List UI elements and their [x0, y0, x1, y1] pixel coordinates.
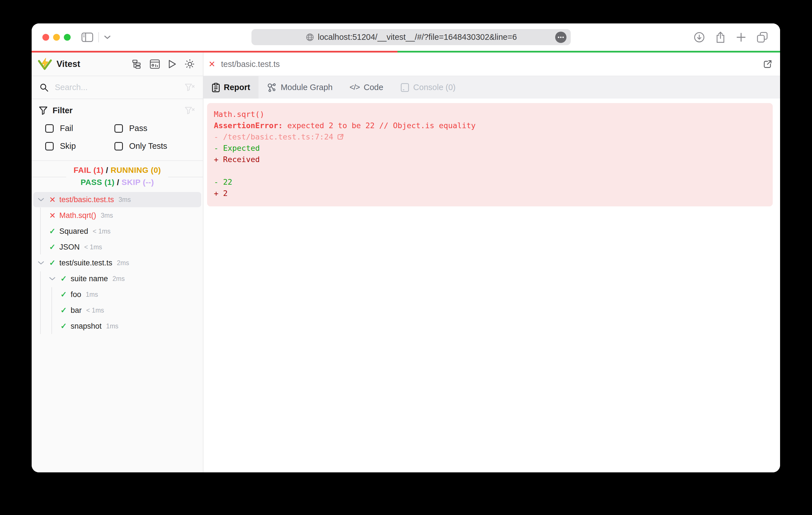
open-file-name: test/basic.test.ts: [221, 60, 280, 69]
test-summary: FAIL (1) / RUNNING (0) PASS (1) / SKIP (…: [32, 161, 203, 191]
pass-status-icon: ✓: [49, 259, 59, 267]
filter-checkbox-pass[interactable]: Pass: [108, 124, 195, 133]
tree-item-duration: < 1ms: [93, 228, 111, 235]
tree-item-label: foo: [70, 290, 81, 299]
filter-checkbox-only-tests[interactable]: Only Tests: [108, 142, 195, 151]
tab-module-graph[interactable]: Module Graph: [259, 76, 341, 98]
traffic-lights: [42, 34, 70, 41]
browser-toolbar: localhost:51204/__vitest__/#/?file=16484…: [32, 24, 780, 51]
tree-item-foo[interactable]: ✓foo1ms: [32, 286, 203, 302]
diff-line: - 22: [214, 177, 765, 188]
search-input[interactable]: [55, 83, 185, 92]
tree-item-test-suite-test-ts[interactable]: ✓test/suite.test.ts2ms: [32, 255, 203, 271]
tree-item-json[interactable]: ✓JSON< 1ms: [32, 239, 203, 255]
error-stack-line[interactable]: - /test/basic.test.ts:7:24: [214, 131, 765, 143]
address-bar[interactable]: localhost:51204/__vitest__/#/?file=16484…: [252, 29, 571, 45]
filter-title: Filter: [53, 106, 72, 115]
tree-item-label: Squared: [59, 227, 88, 236]
tab-code[interactable]: </> Code: [341, 76, 392, 98]
close-window-button[interactable]: [42, 34, 49, 41]
external-link-icon[interactable]: [337, 133, 344, 141]
tree-item-duration: < 1ms: [86, 307, 104, 314]
diff-line: [214, 165, 765, 177]
globe-icon: [306, 33, 315, 42]
chevron-down-icon[interactable]: [49, 277, 60, 281]
page-options-button[interactable]: [555, 31, 567, 43]
clear-search-filter-icon[interactable]: [185, 83, 195, 92]
tree-item-label: Math.sqrt(): [59, 211, 96, 220]
chevron-down-icon[interactable]: [38, 261, 49, 265]
theme-toggle-icon[interactable]: [185, 59, 195, 69]
error-test-name: Math.sqrt(): [214, 109, 765, 120]
main-panel: ✕ test/basic.test.ts: [203, 53, 780, 473]
tree-item-duration: 2ms: [112, 275, 124, 283]
zoom-window-button[interactable]: [64, 34, 70, 41]
tree-item-label: suite name: [70, 274, 108, 283]
tree-item-snapshot[interactable]: ✓snapshot1ms: [32, 318, 203, 334]
tree-item-squared[interactable]: ✓Squared< 1ms: [32, 223, 203, 239]
sidebar-header: Vitest: [32, 53, 203, 76]
diff-line: + Received: [214, 154, 765, 165]
toolbar-separator: [98, 32, 99, 42]
tree-item-math-sqrt-[interactable]: ✕Math.sqrt()3ms: [32, 208, 203, 223]
share-icon[interactable]: [715, 31, 726, 43]
downloads-icon[interactable]: [694, 32, 705, 43]
url-text: localhost:51204/__vitest__/#/?file=16484…: [318, 32, 517, 42]
filter-funnel-icon: [39, 106, 48, 115]
tab-console[interactable]: Console (0): [392, 76, 464, 98]
tree-item-duration: 3ms: [119, 196, 131, 204]
chevron-down-icon[interactable]: [38, 198, 49, 202]
filter-checkbox-fail[interactable]: Fail: [39, 124, 108, 133]
search-icon: [39, 83, 49, 92]
open-in-editor-icon[interactable]: [762, 59, 773, 69]
summary-line-fail-running: FAIL (1) / RUNNING (0): [74, 164, 161, 176]
tree-item-duration: 2ms: [117, 259, 129, 267]
run-all-icon[interactable]: [168, 59, 177, 69]
pass-status-icon: ✓: [60, 322, 70, 331]
checkbox-icon[interactable]: [45, 142, 54, 151]
checkbox-icon[interactable]: [114, 142, 123, 151]
chevron-down-icon[interactable]: [104, 35, 111, 39]
expand-tree-icon[interactable]: [132, 59, 142, 69]
summary-line-pass-skip: PASS (1) / SKIP (--): [74, 176, 161, 188]
checkbox-icon[interactable]: [114, 124, 123, 133]
code-icon: </>: [349, 83, 360, 92]
search-bar: [32, 76, 203, 99]
fail-status-icon: ✕: [208, 59, 215, 69]
tree-item-label: snapshot: [70, 322, 102, 331]
app-title: Vitest: [57, 59, 80, 69]
tree-item-label: test/suite.test.ts: [59, 259, 112, 267]
clear-filter-icon[interactable]: [185, 106, 195, 115]
filter-checkbox-skip[interactable]: Skip: [39, 142, 108, 151]
tree-item-label: JSON: [59, 243, 80, 251]
tab-overview-icon[interactable]: [756, 31, 768, 43]
browser-window: localhost:51204/__vitest__/#/?file=16484…: [32, 24, 780, 473]
minimize-window-button[interactable]: [53, 34, 60, 41]
view-tabs: Report Module Graph: [203, 76, 780, 98]
tree-item-test-basic-test-ts[interactable]: ✕test/basic.test.ts3ms: [32, 192, 203, 208]
pass-status-icon: ✓: [49, 227, 59, 236]
new-tab-icon[interactable]: [736, 32, 746, 42]
tab-report[interactable]: Report: [203, 76, 259, 98]
fail-status-icon: ✕: [49, 211, 59, 220]
diff-line: + 2: [214, 188, 765, 199]
pass-status-icon: ✓: [60, 306, 70, 315]
checkbox-icon[interactable]: [45, 124, 54, 133]
sidebar-toggle-icon[interactable]: [81, 32, 93, 42]
error-panel: Math.sqrt() AssertionError: expected 2 t…: [207, 103, 773, 206]
console-icon: [400, 83, 409, 92]
fail-status-icon: ✕: [49, 195, 59, 205]
vitest-logo-icon: [38, 58, 52, 70]
tree-item-duration: 1ms: [86, 291, 98, 298]
filter-section: Filter Fail: [32, 99, 203, 161]
report-content: Math.sqrt() AssertionError: expected 2 t…: [203, 98, 780, 473]
tree-item-label: test/basic.test.ts: [59, 195, 114, 204]
diff-line: - Expected: [214, 143, 765, 154]
tree-item-duration: 1ms: [106, 323, 118, 330]
report-icon: [212, 83, 220, 92]
tree-item-suite-name[interactable]: ✓suite name2ms: [32, 271, 203, 286]
module-graph-icon: [267, 83, 277, 92]
dashboard-icon[interactable]: [150, 59, 160, 69]
sidebar: Vitest: [32, 53, 203, 473]
tree-item-bar[interactable]: ✓bar< 1ms: [32, 302, 203, 318]
